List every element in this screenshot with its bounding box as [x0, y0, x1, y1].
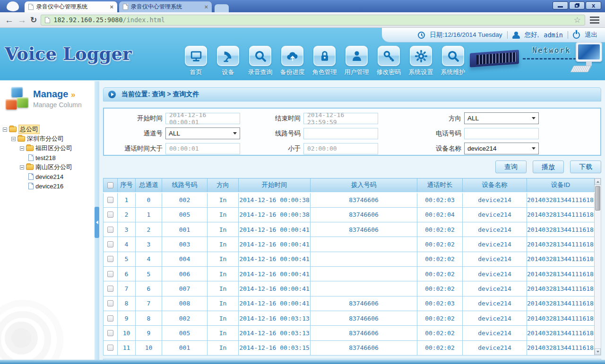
row-checkbox[interactable]: [107, 330, 113, 336]
table-row[interactable]: 54004In2014-12-16 00:00:4100:02:02device…: [104, 252, 595, 266]
table-row[interactable]: 109005In2014-12-16 00:03:138374660600:02…: [104, 326, 595, 340]
row-checkbox[interactable]: [107, 256, 113, 262]
row-checkbox[interactable]: [107, 300, 113, 306]
table-row[interactable]: 43003In2014-12-16 00:00:4100:02:02device…: [104, 237, 595, 252]
field-input[interactable]: 02:00:00: [303, 143, 378, 154]
field-input[interactable]: [303, 128, 378, 139]
network-label: Network: [526, 46, 578, 55]
table-cell: 00:02:02: [417, 281, 463, 296]
row-select-cell: [104, 237, 118, 252]
tree-expander-icon[interactable]: [20, 165, 24, 169]
table-cell: 5: [136, 266, 162, 281]
tree-item[interactable]: 南山区分公司: [3, 162, 93, 172]
table-row[interactable]: 98002In2014-12-16 00:03:138374660600:02:…: [104, 311, 595, 325]
sidebar-collapse-handle[interactable]: [95, 207, 99, 238]
nav-item-satellite[interactable]: 设备: [215, 46, 241, 76]
table-scrollbar[interactable]: [595, 178, 601, 356]
tree-item[interactable]: test218: [3, 153, 93, 162]
tree-expander-icon[interactable]: [3, 127, 7, 132]
forward-button[interactable]: →: [17, 16, 26, 25]
field-select[interactable]: ALL: [464, 112, 539, 124]
tab-close-icon[interactable]: ×: [204, 4, 208, 10]
tree-item[interactable]: device216: [3, 181, 93, 191]
table-row[interactable]: 76007In2014-12-16 00:00:4100:02:02device…: [104, 281, 595, 296]
nav-item-cloud[interactable]: 备份进度: [279, 46, 305, 76]
field-select[interactable]: ALL: [165, 127, 240, 139]
table-cell: 3: [136, 237, 162, 252]
scroll-up-icon[interactable]: [595, 178, 601, 185]
network-switch-icon: [470, 50, 519, 67]
row-checkbox[interactable]: [107, 315, 113, 322]
table-row[interactable]: 32001In2014-12-16 00:00:418374660600:02:…: [104, 222, 595, 237]
restore-button[interactable]: [569, 1, 585, 9]
table-row[interactable]: 1110001In2014-12-16 00:03:158374660600:0…: [104, 340, 595, 355]
tree-expander-icon[interactable]: [20, 146, 24, 151]
nav-item-monitor[interactable]: 首页: [183, 46, 209, 76]
table-row[interactable]: 21005In2014-12-16 00:00:388374660600:02:…: [104, 207, 595, 222]
tab-close-icon[interactable]: ×: [110, 4, 113, 10]
table-row[interactable]: 87008In2014-12-16 00:00:418374660600:02:…: [104, 296, 595, 311]
field-input[interactable]: 2014-12-16 00:00:01: [165, 113, 240, 124]
table-cell: In: [207, 326, 239, 340]
nav-item-label: 系统设置: [409, 68, 433, 76]
row-checkbox[interactable]: [107, 227, 113, 233]
nav-item-search[interactable]: 系统维护: [440, 46, 466, 76]
action-button[interactable]: 下载: [570, 161, 601, 173]
lock-icon: [313, 46, 336, 66]
action-button[interactable]: 播放: [533, 161, 564, 173]
row-checkbox[interactable]: [107, 212, 113, 218]
row-checkbox[interactable]: [107, 271, 113, 277]
nav-item-user[interactable]: 用户管理: [344, 46, 370, 76]
table-cell: 2014-12-16 00:00:41: [239, 237, 311, 252]
field-input[interactable]: 2014-12-16 23:59:59: [303, 113, 378, 124]
browser-menu-button[interactable]: [589, 15, 600, 25]
table-cell: 10: [136, 340, 162, 355]
search-form-panel: 开始时间2014-12-16 00:00:01结束时间2014-12-16 23…: [103, 108, 601, 156]
tree-item[interactable]: 深圳市分公司: [3, 134, 93, 144]
table-cell: 5: [118, 252, 136, 266]
field-label: 方向: [408, 114, 461, 123]
bookmark-star-icon[interactable]: ☆: [574, 15, 581, 25]
action-button[interactable]: 查询: [495, 161, 527, 173]
app-logo: Voice Logger: [5, 43, 131, 64]
browser-tab[interactable]: 录音仪中心管理系统×: [119, 1, 212, 12]
browser-tab[interactable]: 录音仪中心管理系统×: [25, 1, 117, 12]
address-bar[interactable]: 182.92.160.25:9080/index.html ☆: [41, 15, 585, 25]
logout-button[interactable]: 退出: [585, 31, 597, 39]
table-cell: 2014032813441116186: [527, 311, 595, 325]
close-button[interactable]: x: [586, 1, 601, 9]
select-all-checkbox[interactable]: [107, 182, 113, 188]
field-input[interactable]: [464, 128, 539, 139]
nav-item-key[interactable]: 修改密码: [376, 46, 402, 76]
tree-item-label: device216: [35, 183, 63, 190]
nav-item-lock[interactable]: 角色管理: [311, 46, 337, 76]
table-row[interactable]: 65006In2014-12-16 00:00:4100:02:02device…: [104, 266, 595, 281]
table-row[interactable]: 10002In2014-12-16 00:00:388374660600:02:…: [104, 193, 595, 207]
browser-toolbar: ← → ↻ 182.92.160.25:9080/index.html ☆: [0, 12, 605, 28]
row-checkbox[interactable]: [107, 345, 113, 351]
tree-item[interactable]: 总公司: [3, 125, 93, 134]
new-tab-button[interactable]: [215, 4, 229, 12]
form-field: 方向ALL: [408, 112, 599, 124]
minimize-button[interactable]: [553, 1, 568, 9]
field-input[interactable]: 00:00:01: [165, 143, 240, 154]
sidebar: Manage » Manage Column 总公司深圳市分公司福田区分公司te…: [0, 81, 95, 364]
nav-item-gear[interactable]: 系统设置: [408, 46, 434, 76]
tree-item[interactable]: 福田区分公司: [3, 144, 93, 153]
nav-item-search[interactable]: 录音查询: [247, 46, 273, 76]
form-field: 开始时间2014-12-16 00:00:01: [105, 112, 257, 124]
table-cell: 2: [118, 207, 136, 222]
row-checkbox[interactable]: [107, 197, 113, 203]
back-button[interactable]: ←: [5, 16, 14, 25]
scrollbar-thumb[interactable]: [595, 186, 600, 211]
row-checkbox[interactable]: [107, 241, 113, 247]
scroll-down-icon[interactable]: [595, 348, 601, 355]
column-header: 拨入号码: [311, 178, 417, 193]
reload-button[interactable]: ↻: [30, 15, 37, 25]
field-select[interactable]: device214: [464, 143, 539, 154]
form-field: 小于02:00:00: [257, 143, 408, 154]
row-checkbox[interactable]: [107, 286, 113, 292]
tree-item[interactable]: device214: [3, 172, 93, 181]
tree-expander-icon[interactable]: [11, 137, 16, 141]
select-value: ALL: [169, 130, 180, 137]
